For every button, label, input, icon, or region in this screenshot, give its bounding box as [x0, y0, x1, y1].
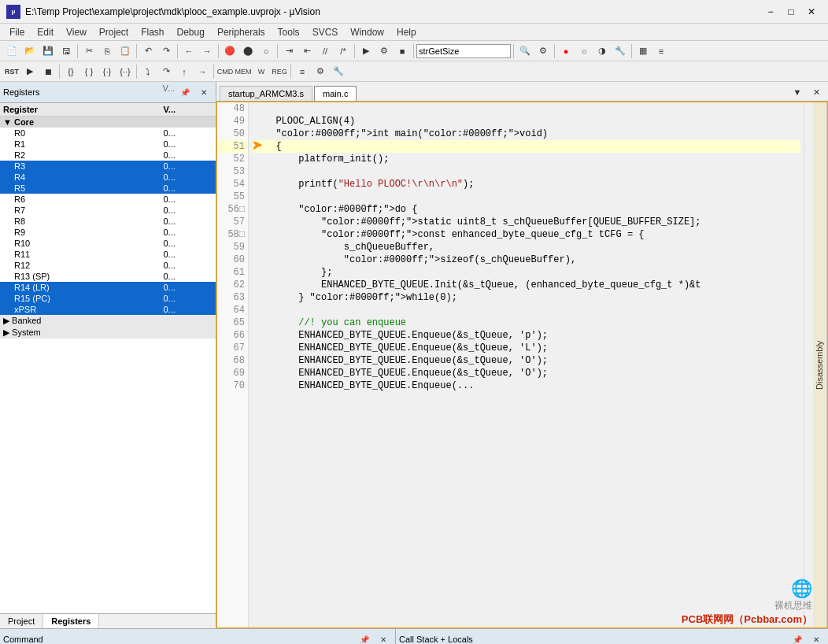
menu-item-view[interactable]: View — [60, 25, 93, 39]
open-btn[interactable]: 📂 — [21, 43, 39, 60]
regs-btn[interactable]: REG — [271, 63, 288, 80]
menu-item-window[interactable]: Window — [344, 25, 390, 39]
editor-area: startup_ARMCM3.s main.c ▼ ✕ 484950515253… — [216, 82, 828, 628]
table-row[interactable]: R100... — [0, 238, 216, 249]
editor-nav-btn[interactable]: ▼ — [789, 83, 806, 101]
grid-btn[interactable]: ▦ — [634, 43, 652, 60]
brace2-btn[interactable]: { } — [80, 63, 98, 80]
run-btn[interactable]: ● — [557, 43, 575, 60]
dbg-run-btn[interactable]: → — [194, 63, 211, 80]
table-row[interactable]: R80... — [0, 216, 216, 227]
sidebar-close-btn[interactable]: ✕ — [195, 83, 213, 101]
rst-btn[interactable]: RST — [3, 63, 20, 80]
table-row[interactable]: R10... — [0, 139, 216, 150]
editor-scrollbar[interactable] — [804, 102, 813, 627]
cmd-close-btn[interactable]: ✕ — [375, 631, 392, 644]
cs-close-btn[interactable]: ✕ — [808, 631, 825, 644]
cmd-win-btn[interactable]: CMD — [216, 63, 234, 80]
copy-btn[interactable]: ⎘ — [98, 43, 116, 60]
cut-btn[interactable]: ✂ — [80, 43, 98, 60]
step2-btn[interactable]: ◑ — [593, 43, 611, 60]
extra4-btn[interactable]: 🔧 — [330, 63, 347, 80]
bkpt2-btn[interactable]: ⬤ — [239, 43, 257, 60]
menu-item-svcs[interactable]: SVCS — [306, 25, 345, 39]
bkpt-btn[interactable]: 🔴 — [221, 43, 238, 60]
menu-item-help[interactable]: Help — [390, 25, 423, 39]
comment-btn[interactable]: // — [316, 43, 334, 60]
table-row[interactable]: R60... — [0, 194, 216, 205]
disassembly-tab[interactable]: Disassembly — [813, 102, 827, 627]
cmd-pin-btn[interactable]: 📌 — [356, 631, 373, 644]
brace3-btn[interactable]: {·} — [98, 63, 116, 80]
table-row[interactable]: R40... — [0, 172, 216, 183]
settings-btn[interactable]: ⚙ — [534, 43, 552, 60]
table-row[interactable]: R13 (SP)0... — [0, 271, 216, 282]
table-row[interactable]: R14 (LR)0... — [0, 282, 216, 293]
save-all-btn[interactable]: 🖫 — [57, 43, 75, 60]
extra-btn[interactable]: ≡ — [652, 43, 670, 60]
brace4-btn[interactable]: {··} — [116, 63, 134, 80]
brace-btn[interactable]: {} — [62, 63, 79, 80]
search-box[interactable] — [416, 44, 511, 58]
run2-btn[interactable]: ▶ — [21, 63, 39, 80]
step-btn[interactable]: ○ — [575, 43, 593, 60]
table-row[interactable]: ▶ Banked — [0, 315, 216, 327]
menu-item-project[interactable]: Project — [93, 25, 135, 39]
save-btn[interactable]: 💾 — [39, 43, 57, 60]
editor-close-btn[interactable]: ✕ — [808, 83, 825, 101]
extra3-btn[interactable]: ⚙ — [312, 63, 329, 80]
dbg-over-btn[interactable]: ↷ — [157, 63, 175, 80]
registers-table: Register V... ▼ CoreR00...R10...R20...R3… — [0, 103, 216, 339]
nav-back-btn[interactable]: ← — [180, 43, 198, 60]
table-row[interactable]: xPSR0... — [0, 304, 216, 315]
table-row[interactable]: ▶ System — [0, 327, 216, 339]
table-row[interactable]: R30... — [0, 161, 216, 172]
dbg-step-btn[interactable]: ⤵ — [139, 63, 157, 80]
table-row[interactable]: ▼ Core — [0, 117, 216, 128]
tab-project[interactable]: Project — [0, 614, 43, 628]
stop-btn[interactable]: ■ — [394, 43, 411, 60]
maximize-button[interactable]: □ — [781, 4, 801, 20]
menu-item-flash[interactable]: Flash — [135, 25, 170, 39]
watch-btn[interactable]: W — [253, 63, 270, 80]
uncomment-btn[interactable]: /* — [335, 43, 352, 60]
undo-btn[interactable]: ↶ — [139, 43, 157, 60]
cs-pin-btn[interactable]: 📌 — [789, 631, 806, 644]
bkpt3-btn[interactable]: ○ — [257, 43, 275, 60]
menu-item-debug[interactable]: Debug — [171, 25, 211, 39]
build-btn[interactable]: ▶ — [357, 43, 375, 60]
paste-btn[interactable]: 📋 — [116, 43, 134, 60]
sidebar-pin-btn[interactable]: 📌 — [176, 83, 194, 101]
table-row[interactable]: R90... — [0, 227, 216, 238]
table-row[interactable]: R120... — [0, 260, 216, 271]
table-row[interactable]: R110... — [0, 249, 216, 260]
table-row[interactable]: R15 (PC)0... — [0, 293, 216, 304]
menu-item-file[interactable]: File — [3, 25, 31, 39]
code-line: ENHANCED_BYTE_QUEUE.Enqueue(&s_tQueue, '… — [252, 354, 800, 367]
menu-item-peripherals[interactable]: Peripherals — [211, 25, 272, 39]
options-btn[interactable]: 🔧 — [612, 43, 629, 60]
tab-startup[interactable]: startup_ARMCM3.s — [220, 86, 312, 101]
mem-btn[interactable]: MEM — [235, 63, 252, 80]
table-row[interactable]: R20... — [0, 150, 216, 161]
dbg-out-btn[interactable]: ↑ — [176, 63, 193, 80]
indent-btn[interactable]: ⇥ — [280, 43, 298, 60]
code-content[interactable]: PLOOC_ALIGN(4) "color:#0000ff;">int main… — [249, 102, 804, 627]
menu-item-edit[interactable]: Edit — [31, 25, 60, 39]
minimize-button[interactable]: − — [760, 4, 781, 20]
extra2-btn[interactable]: ≡ — [294, 63, 311, 80]
stop2-btn[interactable]: ⏹ — [39, 63, 57, 80]
table-row[interactable]: R50... — [0, 183, 216, 194]
table-row[interactable]: R00... — [0, 128, 216, 139]
close-button[interactable]: ✕ — [801, 4, 822, 20]
redo-btn[interactable]: ↷ — [157, 43, 175, 60]
nav-fwd-btn[interactable]: → — [198, 43, 216, 60]
build2-btn[interactable]: ⚙ — [375, 43, 393, 60]
tab-mainc[interactable]: main.c — [314, 86, 357, 101]
new-btn[interactable]: 📄 — [3, 43, 20, 60]
table-row[interactable]: R70... — [0, 205, 216, 216]
search-btn[interactable]: 🔍 — [516, 43, 534, 60]
unindent-btn[interactable]: ⇤ — [298, 43, 316, 60]
tab-registers[interactable]: Registers — [43, 614, 99, 628]
menu-item-tools[interactable]: Tools — [272, 25, 306, 39]
